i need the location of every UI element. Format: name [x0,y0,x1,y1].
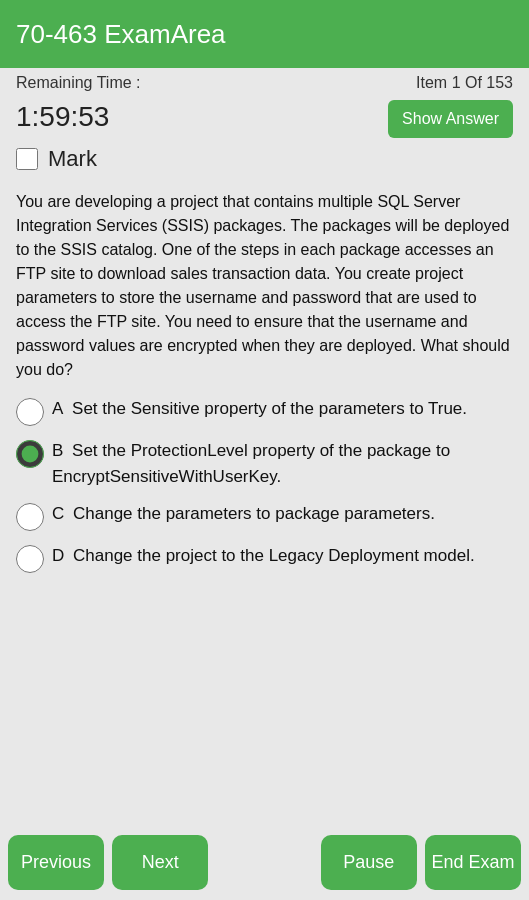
option-row-d: D Change the project to the Legacy Deplo… [8,543,521,573]
options-container: A Set the Sensitive property of the para… [0,396,529,825]
pause-button[interactable]: Pause [321,835,417,890]
next-button[interactable]: Next [112,835,208,890]
item-counter: Item 1 Of 153 [416,74,513,92]
bottom-nav: Previous Next Pause End Exam [0,825,529,900]
question-text: You are developing a project that contai… [0,182,529,396]
option-radio-d[interactable] [16,545,44,573]
mark-checkbox[interactable] [16,148,38,170]
option-row-b: B Set the ProtectionLevel property of th… [8,438,521,489]
option-radio-b[interactable] [16,440,44,468]
option-text-a: A Set the Sensitive property of the para… [52,396,467,422]
info-bar: Remaining Time : Item 1 Of 153 [0,68,529,96]
end-exam-button[interactable]: End Exam [425,835,521,890]
option-text-b: B Set the ProtectionLevel property of th… [52,438,513,489]
option-radio-a[interactable] [16,398,44,426]
option-row-a: A Set the Sensitive property of the para… [8,396,521,426]
mark-row: Mark [0,142,529,182]
show-answer-button[interactable]: Show Answer [388,100,513,138]
remaining-time-label: Remaining Time : [16,74,141,92]
previous-button[interactable]: Previous [8,835,104,890]
app-title: 70-463 ExamArea [16,19,226,50]
header: 70-463 ExamArea [0,0,529,68]
option-radio-c[interactable] [16,503,44,531]
option-text-c: C Change the parameters to package param… [52,501,435,527]
timer-value: 1:59:53 [16,100,109,134]
option-row-c: C Change the parameters to package param… [8,501,521,531]
timer-row: 1:59:53 Show Answer [0,96,529,142]
mark-label[interactable]: Mark [48,146,97,172]
option-text-d: D Change the project to the Legacy Deplo… [52,543,475,569]
